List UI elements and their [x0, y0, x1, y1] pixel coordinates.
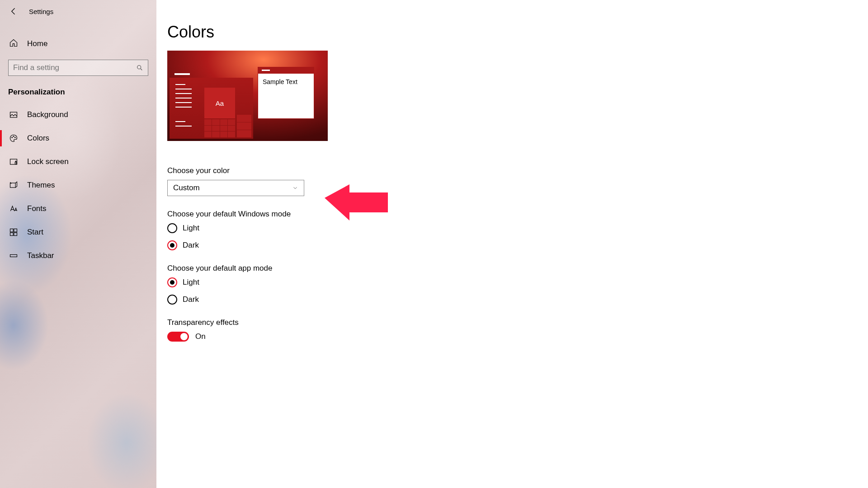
app-title: Settings	[29, 8, 53, 15]
radio-icon	[167, 295, 177, 305]
themes-icon	[9, 181, 18, 190]
sidebar-item-themes[interactable]: Themes	[0, 174, 156, 197]
preview-tile: Aa	[204, 88, 235, 118]
sidebar: Settings Home Personalization Background…	[0, 0, 156, 488]
arrow-left-icon	[9, 7, 18, 16]
svg-rect-11	[14, 233, 17, 236]
svg-point-3	[13, 136, 14, 137]
fonts-icon	[9, 204, 18, 213]
home-label: Home	[27, 39, 47, 48]
svg-point-0	[137, 66, 141, 69]
lockscreen-icon	[9, 157, 18, 166]
color-preview: Aa Sample Text	[167, 51, 328, 141]
svg-rect-6	[15, 162, 16, 164]
radio-selected-icon	[167, 277, 177, 287]
sidebar-item-home[interactable]: Home	[0, 33, 156, 54]
sidebar-item-background[interactable]: Background	[0, 103, 156, 127]
svg-rect-8	[10, 229, 14, 232]
section-heading: Personalization	[0, 76, 156, 103]
sidebar-item-lockscreen[interactable]: Lock screen	[0, 150, 156, 174]
choose-color-dropdown[interactable]: Custom	[167, 180, 304, 196]
app-mode-light[interactable]: Light	[167, 277, 868, 287]
home-icon	[9, 38, 18, 49]
taskbar-icon	[9, 251, 18, 260]
svg-rect-10	[10, 233, 14, 236]
search-field[interactable]	[13, 63, 136, 72]
svg-rect-9	[14, 229, 17, 232]
transparency-label: Transparency effects	[167, 318, 868, 327]
svg-point-4	[15, 137, 16, 138]
radio-icon	[167, 223, 177, 233]
windows-mode-label: Choose your default Windows mode	[167, 210, 868, 219]
radio-selected-icon	[167, 240, 177, 250]
app-mode-label: Choose your default app mode	[167, 264, 868, 273]
svg-rect-1	[10, 112, 17, 117]
start-icon	[9, 228, 18, 237]
sidebar-item-start[interactable]: Start	[0, 221, 156, 244]
svg-rect-12	[10, 255, 17, 257]
search-input[interactable]	[8, 60, 148, 76]
windows-mode-light[interactable]: Light	[167, 223, 868, 233]
sidebar-item-colors[interactable]: Colors	[0, 127, 156, 150]
page-title: Colors	[167, 23, 868, 42]
choose-color-label: Choose your color	[167, 166, 868, 175]
preview-window: Sample Text	[258, 67, 314, 119]
main-content: Colors Aa Sample Text Choose your color …	[167, 0, 868, 488]
sidebar-item-taskbar[interactable]: Taskbar	[0, 244, 156, 267]
windows-mode-dark[interactable]: Dark	[167, 240, 868, 250]
app-mode-dark[interactable]: Dark	[167, 295, 868, 305]
image-icon	[9, 110, 18, 119]
svg-point-2	[12, 137, 13, 138]
search-icon	[136, 64, 143, 71]
choose-color-value: Custom	[173, 183, 200, 192]
sidebar-item-fonts[interactable]: Fonts	[0, 197, 156, 221]
chevron-down-icon	[292, 185, 298, 191]
transparency-state: On	[195, 332, 206, 341]
transparency-toggle[interactable]	[167, 332, 189, 342]
palette-icon	[9, 134, 18, 143]
back-button[interactable]	[9, 7, 18, 16]
preview-window-text: Sample Text	[258, 74, 314, 90]
